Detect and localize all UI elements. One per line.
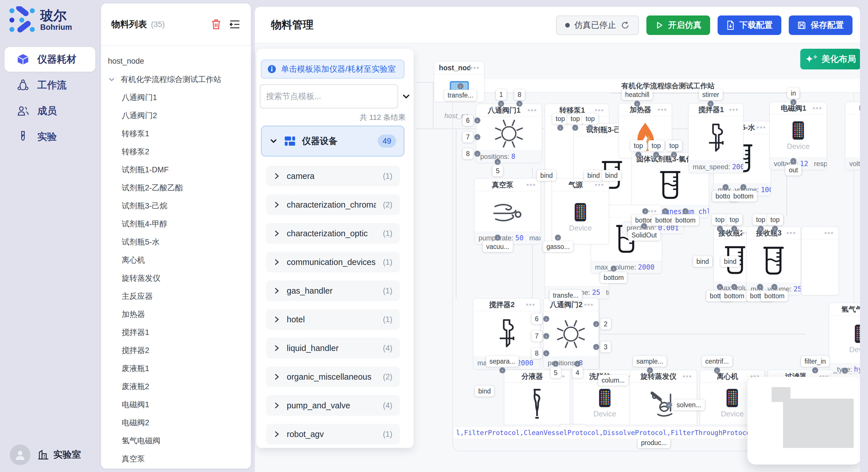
avatar[interactable] [10, 444, 30, 465]
collapse-list-icon[interactable] [229, 20, 241, 29]
node-menu-icon[interactable]: ••• [528, 106, 537, 115]
port-dot-icon: › [790, 158, 796, 164]
canvas-node[interactable]: 气源•••Device [552, 178, 609, 244]
port-chip: top› [648, 140, 664, 151]
tree-item[interactable]: 电磁阀1 [101, 396, 251, 413]
port-chip: top› [712, 214, 728, 225]
port-dot-icon: › [543, 350, 549, 357]
collapse-panel-icon[interactable] [401, 92, 411, 101]
sidebar-item-workflow[interactable]: 工作流 [5, 73, 95, 98]
category-row-liquid_handler[interactable]: liquid_handler(4) [266, 338, 400, 359]
delete-icon[interactable] [211, 19, 222, 30]
tree-item[interactable]: 八通阀门1 [101, 88, 251, 106]
tree-item[interactable]: 八通阀门2 [101, 106, 251, 125]
canvas-node[interactable]: ••• [801, 227, 839, 295]
category-row-organic_miscellaneous[interactable]: organic_miscellaneous(2) [266, 367, 400, 387]
search-input[interactable] [260, 84, 398, 108]
start-simulation-button[interactable]: 开启仿真 [646, 15, 710, 35]
tree-item[interactable]: 试剂瓶3-己烷 [101, 197, 251, 215]
port-dot-icon: › [474, 151, 480, 157]
tree-group[interactable]: 有机化学流程综合测试工作站 [101, 70, 251, 88]
canvas-node[interactable]: 八通阀门1•••positions: 8 [476, 104, 542, 163]
chevron-right-icon [274, 172, 280, 180]
preview-placeholder-large [783, 399, 854, 448]
port-dot-icon: › [731, 226, 737, 232]
tree-item[interactable]: 搅拌器1 [101, 323, 251, 341]
tree-item[interactable]: 搅拌器2 [101, 341, 251, 359]
tree-item[interactable]: 转移泵1 [101, 125, 251, 142]
tree-item[interactable]: 真空泵 [101, 450, 251, 468]
port-chip: 6› [532, 313, 542, 324]
node-title: host_node [439, 64, 470, 72]
category-group-instruments[interactable]: 仪器设备 49 [261, 126, 404, 157]
node-menu-icon[interactable]: ••• [729, 105, 739, 114]
tree-item[interactable]: 加热器 [101, 305, 251, 323]
canvas-node[interactable]: 真空泵•••pump_rate: 50max_vacuum: 0.1 [474, 178, 541, 244]
port-chip: separa...› [486, 356, 519, 367]
node-menu-icon[interactable]: ••• [648, 207, 657, 216]
app-logo: 玻尔 Bohrium [8, 6, 72, 34]
port-dot-icon: › [543, 316, 549, 322]
tree-item[interactable]: 转移泵2 [101, 142, 251, 161]
lab-switcher[interactable]: 实验室 [10, 444, 81, 465]
category-row-communication_devices[interactable]: communication_devices(1) [266, 252, 400, 272]
category-row-pump_and_valve[interactable]: pump_and_valve(4) [266, 395, 400, 416]
tree-root[interactable]: host_node [101, 52, 251, 70]
tree-item[interactable]: 旋转蒸发仪 [101, 269, 251, 287]
tree-item[interactable]: 试剂瓶4-甲醇 [101, 215, 251, 233]
tree-item[interactable]: 试剂瓶1-DMF [101, 161, 251, 179]
simulation-status-badge[interactable]: 仿真已停止 [556, 15, 639, 35]
node-menu-icon[interactable]: ••• [526, 180, 536, 189]
canvas-node[interactable]: 氢气气源•••Device_type: hydrogenmax_pre [829, 303, 860, 376]
refresh-icon[interactable] [621, 21, 630, 30]
tree-item[interactable]: 电磁阀2 [101, 413, 251, 432]
chevron-down-icon[interactable] [108, 76, 115, 82]
node-menu-icon[interactable]: ••• [584, 300, 594, 309]
node-menu-icon[interactable]: ••• [756, 123, 766, 132]
sidebar-item-label: 仪器耗材 [37, 53, 76, 66]
tree-item[interactable]: 氢气电磁阀 [101, 432, 251, 450]
node-menu-icon[interactable]: ••• [526, 300, 535, 309]
canvas-node[interactable]: 电磁阀2•••voltage: 12 [845, 102, 860, 170]
port-chip: 8› [532, 348, 542, 359]
category-row-characterization_optic[interactable]: characterization_optic(1) [266, 223, 400, 244]
node-menu-icon[interactable]: ••• [470, 63, 479, 72]
category-row-hotel[interactable]: hotel(1) [266, 309, 400, 330]
port-dot-icon: › [717, 226, 723, 232]
canvas-node[interactable]: 搅拌器1•••max_speed: 2000 [688, 103, 743, 173]
node-menu-icon[interactable]: ••• [786, 229, 796, 237]
tree-item[interactable]: 废液瓶1 [101, 359, 251, 377]
tree-item[interactable]: 废液瓶2 [101, 377, 251, 396]
tree-item[interactable]: 主反应器 [101, 287, 251, 305]
category-count: (1) [383, 430, 392, 439]
sidebar-item-members[interactable]: 成员 [5, 99, 95, 123]
download-config-button[interactable]: 下载配置 [718, 15, 781, 35]
port-dot-icon: › [498, 101, 504, 107]
category-row-gas_handler[interactable]: gas_handler(1) [266, 280, 400, 301]
canvas-node[interactable]: 电磁阀1•••Devicevoltage: 12response_time: 0… [770, 102, 827, 170]
node-menu-icon[interactable]: ••• [658, 105, 667, 114]
port-dot-icon: › [790, 99, 797, 105]
node-title: 分液器 [509, 372, 556, 381]
chevron-right-icon [274, 201, 280, 209]
category-row-characterization_chromatic[interactable]: characterization_chromatic(2) [266, 194, 400, 215]
category-row-robot_agv[interactable]: robot_agv(1) [266, 424, 400, 444]
sidebar-item-instruments[interactable]: 仪器耗材 [5, 47, 95, 72]
beautify-layout-button[interactable]: ✦✧ 美化布局 [800, 49, 860, 69]
node-menu-icon[interactable]: ••• [813, 104, 822, 113]
save-config-button[interactable]: 保存配置 [789, 15, 852, 35]
workstation-title-bar: 有机化学流程综合测试工作站 [476, 79, 860, 93]
category-row-camera[interactable]: camera(1) [266, 166, 400, 187]
node-menu-icon[interactable]: ••• [825, 229, 834, 237]
node-menu-icon[interactable]: ••• [595, 180, 604, 189]
tree-item[interactable]: 试剂瓶2-乙酸乙酯 [101, 179, 251, 197]
canvas-node[interactable]: 八通阀门2•••positions: 8 [544, 298, 598, 369]
port-dot-icon: › [543, 333, 549, 339]
tree-item[interactable]: 试剂瓶5-水 [101, 233, 251, 251]
sidebar-item-experiments[interactable]: 实验 [5, 125, 95, 149]
port-chip: top› [630, 140, 646, 151]
chevron-right-icon [274, 344, 280, 352]
tree-item[interactable]: 离心机 [101, 251, 251, 269]
port-chip: bottom› [730, 191, 757, 202]
node-menu-icon[interactable]: ••• [683, 372, 692, 381]
